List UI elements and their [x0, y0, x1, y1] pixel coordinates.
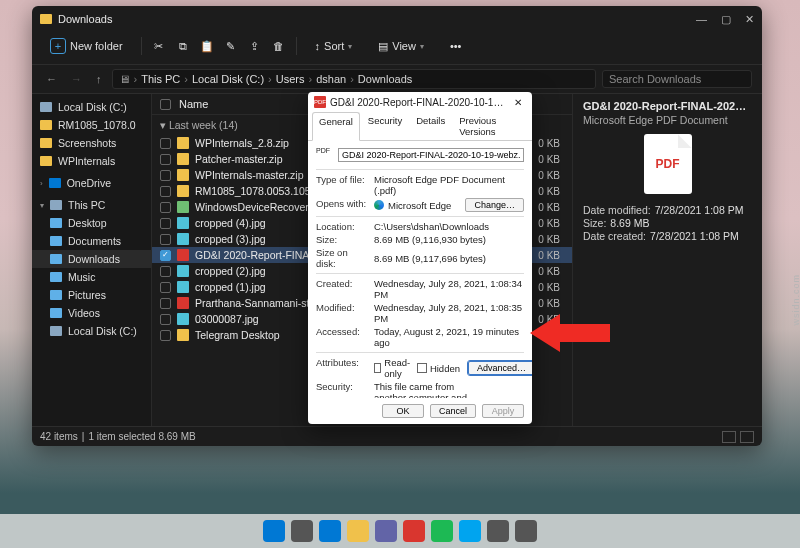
annotation-arrow [530, 310, 610, 356]
crumb[interactable]: Local Disk (C:) [192, 73, 264, 85]
svg-marker-0 [530, 314, 610, 352]
file-icon [177, 169, 189, 181]
search-input[interactable]: Search Downloads [602, 70, 752, 88]
sidebar-item[interactable]: Screenshots [32, 134, 151, 152]
taskbar-app[interactable] [431, 520, 453, 542]
view-button[interactable]: ▤ View ▾ [370, 38, 432, 55]
props-tab[interactable]: Previous Versions [453, 112, 528, 140]
file-icon [177, 217, 189, 229]
props-close-button[interactable]: ✕ [510, 97, 526, 108]
taskbar-app[interactable] [319, 520, 341, 542]
props-tab[interactable]: Security [362, 112, 408, 140]
sidebar-item[interactable]: Documents [32, 232, 151, 250]
minimize-button[interactable]: — [696, 13, 707, 26]
watermark: wsidn.com [791, 274, 800, 326]
pdf-icon: PDF [314, 96, 326, 108]
sidebar-item[interactable]: Local Disk (C:) [32, 98, 151, 116]
props-tabs: GeneralSecurityDetailsPrevious Versions [308, 112, 532, 141]
sidebar: Local Disk (C:)RM1085_1078.0ScreenshotsW… [32, 94, 152, 426]
toolbar: + New folder ✂ ⧉ 📋 ✎ ⇪ 🗑 ↕ Sort ▾ ▤ View… [32, 32, 762, 65]
file-icon [177, 233, 189, 245]
view-large-button[interactable] [740, 431, 754, 443]
file-icon [177, 297, 189, 309]
pdf-icon: PDF [644, 134, 692, 194]
props-titlebar: PDF GD&I 2020-Report-FINAL-2020-10-19-we… [308, 92, 532, 112]
view-details-button[interactable] [722, 431, 736, 443]
file-icon [177, 281, 189, 293]
edge-icon [374, 200, 384, 210]
maximize-button[interactable]: ▢ [721, 13, 731, 26]
pdf-icon: PDF [316, 147, 332, 163]
cut-icon[interactable]: ✂ [152, 39, 166, 53]
crumb[interactable]: This PC [141, 73, 180, 85]
ok-button[interactable]: OK [382, 404, 424, 418]
apply-button[interactable]: Apply [482, 404, 524, 418]
taskbar-app[interactable] [263, 520, 285, 542]
status-selection: 1 item selected 8.69 MB [88, 431, 195, 442]
taskbar-app[interactable] [375, 520, 397, 542]
delete-icon[interactable]: 🗑 [272, 39, 286, 53]
paste-icon[interactable]: 📋 [200, 39, 214, 53]
titlebar: Downloads — ▢ ✕ [32, 6, 762, 32]
readonly-checkbox[interactable]: Read-only [374, 357, 413, 379]
file-icon [177, 201, 189, 213]
taskbar-app[interactable] [487, 520, 509, 542]
taskbar-app[interactable] [459, 520, 481, 542]
advanced-button[interactable]: Advanced… [468, 361, 532, 375]
change-button[interactable]: Change… [465, 198, 524, 212]
props-tab[interactable]: Details [410, 112, 451, 140]
crumb[interactable]: Users [276, 73, 305, 85]
hidden-checkbox[interactable]: Hidden [417, 363, 460, 374]
sidebar-thispc[interactable]: ▾ This PC [32, 196, 151, 214]
file-icon [177, 137, 189, 149]
sidebar-onedrive[interactable]: › OneDrive [32, 174, 151, 192]
close-button[interactable]: ✕ [745, 13, 754, 26]
window-title: Downloads [58, 13, 112, 25]
sidebar-item[interactable]: Music [32, 268, 151, 286]
sort-button[interactable]: ↕ Sort ▾ [307, 38, 361, 54]
new-folder-button[interactable]: + New folder [42, 36, 131, 56]
sidebar-item[interactable]: Local Disk (C:) [32, 322, 151, 340]
file-icon [177, 249, 189, 261]
rename-icon[interactable]: ✎ [224, 39, 238, 53]
props-tab[interactable]: General [312, 112, 360, 141]
sidebar-item[interactable]: WPInternals [32, 152, 151, 170]
forward-button[interactable]: → [67, 73, 86, 85]
taskbar-app[interactable] [515, 520, 537, 542]
sidebar-item[interactable]: Videos [32, 304, 151, 322]
taskbar [0, 514, 800, 548]
sidebar-item[interactable]: Desktop [32, 214, 151, 232]
sidebar-item[interactable]: Pictures [32, 286, 151, 304]
status-bar: 42 items | 1 item selected 8.69 MB [32, 426, 762, 446]
file-icon [177, 153, 189, 165]
folder-icon [40, 14, 52, 24]
file-icon [177, 313, 189, 325]
back-button[interactable]: ← [42, 73, 61, 85]
share-icon[interactable]: ⇪ [248, 39, 262, 53]
cancel-button[interactable]: Cancel [430, 404, 476, 418]
properties-dialog: PDF GD&I 2020-Report-FINAL-2020-10-19-we… [308, 92, 532, 424]
taskbar-app[interactable] [403, 520, 425, 542]
copy-icon[interactable]: ⧉ [176, 39, 190, 53]
status-count: 42 items [40, 431, 78, 442]
select-all-checkbox[interactable] [160, 99, 171, 110]
preview-pane: GD&I 2020-Report-FINAL-202… Microsoft Ed… [572, 94, 762, 426]
crumb[interactable]: Downloads [358, 73, 412, 85]
more-button[interactable]: ••• [442, 38, 470, 54]
filename-input[interactable] [338, 148, 524, 162]
sidebar-item[interactable]: Downloads [32, 250, 151, 268]
sidebar-item[interactable]: RM1085_1078.0 [32, 116, 151, 134]
preview-title: GD&I 2020-Report-FINAL-202… [583, 100, 752, 112]
address-bar: ← → ↑ 🖥›This PC›Local Disk (C:)›Users›ds… [32, 65, 762, 94]
file-icon [177, 329, 189, 341]
taskbar-app[interactable] [347, 520, 369, 542]
plus-icon: + [50, 38, 66, 54]
breadcrumb[interactable]: 🖥›This PC›Local Disk (C:)›Users›dshan›Do… [112, 69, 597, 89]
preview-subtype: Microsoft Edge PDF Document [583, 114, 752, 126]
taskbar-app[interactable] [291, 520, 313, 542]
up-button[interactable]: ↑ [92, 73, 106, 85]
file-icon [177, 185, 189, 197]
crumb[interactable]: dshan [316, 73, 346, 85]
file-icon [177, 265, 189, 277]
